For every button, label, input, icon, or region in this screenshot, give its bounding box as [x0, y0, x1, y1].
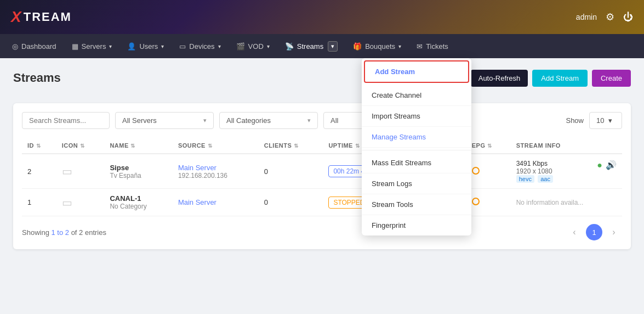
- sort-id-icon[interactable]: ⇅: [36, 143, 41, 149]
- next-page-button[interactable]: ›: [606, 224, 622, 240]
- streams-dropdown: Add Stream Create Channel Import Streams…: [362, 58, 471, 236]
- row2-source-name[interactable]: Main Server: [178, 198, 253, 206]
- row2-source-cell: Main Server: [173, 189, 259, 216]
- sort-source-icon[interactable]: ⇅: [208, 143, 213, 149]
- nav: ◎ Dashboard ▦ Servers ▾ 👤 Users ▾ ▭ Devi…: [0, 34, 644, 58]
- row1-clients: 0: [259, 154, 323, 189]
- streams-card: All Servers ▾ All Categories ▾ All ▾ Sho…: [13, 103, 631, 249]
- main-content: Streams 🔍 Auto-Refresh Add Stream Create…: [0, 58, 644, 260]
- vod-icon: 🎬: [236, 42, 245, 51]
- servers-icon: ▦: [72, 42, 78, 51]
- gear-icon[interactable]: ⚙: [606, 11, 614, 23]
- row1-source-ip: 192.168.200.136: [178, 172, 253, 180]
- showing-end: entries: [85, 228, 106, 237]
- dropdown-import-streams[interactable]: Import Streams: [362, 106, 471, 127]
- nav-item-servers[interactable]: ▦ Servers ▾: [65, 39, 119, 54]
- row1-id: 2: [22, 154, 56, 189]
- nav-item-streams[interactable]: 📡 Streams ▾: [278, 38, 344, 55]
- row1-epg-dot: [472, 167, 480, 175]
- nav-item-bouquets[interactable]: 🎁 Bouquets ▾: [346, 39, 408, 54]
- sort-name-icon[interactable]: ⇅: [130, 143, 135, 149]
- page-title: Streams: [13, 71, 61, 85]
- row1-stream-name: Sipse: [110, 164, 167, 172]
- servers-chevron: ▾: [109, 43, 112, 49]
- all-categories-select[interactable]: All Categories ▾: [219, 112, 318, 129]
- sort-epg-icon[interactable]: ⇅: [487, 143, 492, 149]
- streams-table: ID ⇅ ICON ⇅ NAME ⇅ SOURCE ⇅ CLIENTS ⇅ UP…: [22, 138, 622, 216]
- prev-page-button[interactable]: ‹: [566, 224, 583, 240]
- all-servers-arrow: ▾: [203, 117, 207, 124]
- sort-icon-icon[interactable]: ⇅: [80, 143, 85, 149]
- row1-source-cell: Main Server 192.168.200.136: [173, 154, 259, 189]
- auto-refresh-button[interactable]: Auto-Refresh: [471, 70, 528, 87]
- row1-green-dot: ●: [597, 160, 602, 170]
- bouquets-icon: 🎁: [353, 42, 362, 51]
- showing-text: Showing 1 to 2 of 2 entries: [22, 228, 106, 237]
- devices-icon: ▭: [179, 42, 186, 51]
- showing-of: of: [71, 228, 79, 237]
- showing-range[interactable]: 1 to 2: [51, 228, 69, 237]
- sort-clients-icon[interactable]: ⇅: [294, 143, 299, 149]
- sort-uptime-icon[interactable]: ⇅: [355, 143, 360, 149]
- pagination-row: Showing 1 to 2 of 2 entries ‹ 1 ›: [22, 224, 622, 240]
- row2-no-info: No information availa...: [516, 199, 584, 206]
- filter-row: All Servers ▾ All Categories ▾ All ▾ Sho…: [22, 112, 622, 129]
- row2-stream-sub: No Category: [110, 203, 167, 210]
- all-servers-select[interactable]: All Servers ▾: [115, 112, 214, 129]
- users-icon: 👤: [127, 42, 136, 51]
- all-label: All: [330, 116, 338, 125]
- row1-icon: ▭: [56, 154, 105, 189]
- nav-item-users[interactable]: 👤 Users ▾: [121, 39, 170, 54]
- showing-prefix: Showing: [22, 228, 51, 237]
- row1-source-name[interactable]: Main Server: [178, 164, 253, 172]
- dropdown-mass-edit-streams[interactable]: Mass Edit Streams: [362, 153, 471, 173]
- all-categories-arrow: ▾: [307, 117, 311, 124]
- nav-item-devices[interactable]: ▭ Devices ▾: [173, 39, 227, 54]
- dropdown-stream-logs[interactable]: Stream Logs: [362, 173, 471, 194]
- col-source: SOURCE ⇅: [173, 138, 259, 154]
- row2-id: 1: [22, 189, 56, 216]
- row1-name-cell: Sipse Tv España: [104, 154, 172, 189]
- streams-dropdown-trigger[interactable]: ▾: [328, 41, 338, 52]
- devices-chevron: ▾: [218, 43, 221, 49]
- row1-codec-video: hevc: [516, 175, 534, 183]
- nav-item-vod[interactable]: 🎬 VOD ▾: [230, 39, 276, 54]
- show-count-select[interactable]: 10 ▾: [589, 112, 622, 129]
- dropdown-fingerprint[interactable]: Fingerprint: [362, 215, 471, 236]
- dropdown-create-channel[interactable]: Create Channel: [362, 85, 471, 106]
- streams-icon: 📡: [285, 42, 294, 51]
- create-button[interactable]: Create: [592, 70, 631, 87]
- dropdown-manage-streams[interactable]: Manage Streams: [362, 127, 471, 148]
- pagination: ‹ 1 ›: [566, 224, 622, 240]
- dropdown-stream-tools[interactable]: Stream Tools: [362, 194, 471, 215]
- show-count-value: 10: [596, 116, 604, 125]
- all-servers-label: All Servers: [122, 116, 157, 125]
- admin-label: admin: [576, 13, 597, 21]
- dropdown-add-stream[interactable]: Add Stream: [364, 60, 469, 83]
- table-row: 1 ▭ CANAL-1 No Category Main Server 0 ST…: [22, 189, 622, 216]
- nav-label-vod: VOD: [248, 42, 264, 51]
- show-count-arrow: ▾: [608, 116, 612, 125]
- search-input[interactable]: [22, 112, 110, 129]
- col-clients: CLIENTS ⇅: [259, 138, 323, 154]
- show-label: Show: [566, 116, 584, 125]
- col-stream-info: STREAM INFO: [511, 138, 622, 154]
- col-icon: ICON ⇅: [56, 138, 105, 154]
- row1-info-kbps: ● 🔊 3491 Kbps 1920 x 1080 hevc aac: [516, 160, 617, 183]
- page-1-button[interactable]: 1: [586, 224, 602, 240]
- power-icon[interactable]: ⏻: [623, 12, 633, 23]
- row1-audio-icon: 🔊: [606, 160, 617, 170]
- nav-label-streams: Streams: [297, 42, 323, 51]
- row1-res: 1920 x 1080: [516, 167, 552, 175]
- row2-name-cell: CANAL-1 No Category: [104, 189, 172, 216]
- nav-item-tickets[interactable]: ✉ Tickets: [410, 39, 455, 54]
- table-row: 2 ▭ Sipse Tv España Main Server 192.168.…: [22, 154, 622, 189]
- row2-stream-name: CANAL-1: [110, 194, 167, 203]
- row2-icon: ▭: [56, 189, 105, 216]
- nav-item-dashboard[interactable]: ◎ Dashboard: [5, 39, 63, 54]
- add-stream-button[interactable]: Add Stream: [532, 70, 588, 87]
- nav-label-devices: Devices: [189, 42, 214, 51]
- row1-kbps: 3491 Kbps: [516, 160, 548, 167]
- logo: X TREAM: [11, 8, 72, 26]
- row2-epg-dot: [472, 198, 480, 205]
